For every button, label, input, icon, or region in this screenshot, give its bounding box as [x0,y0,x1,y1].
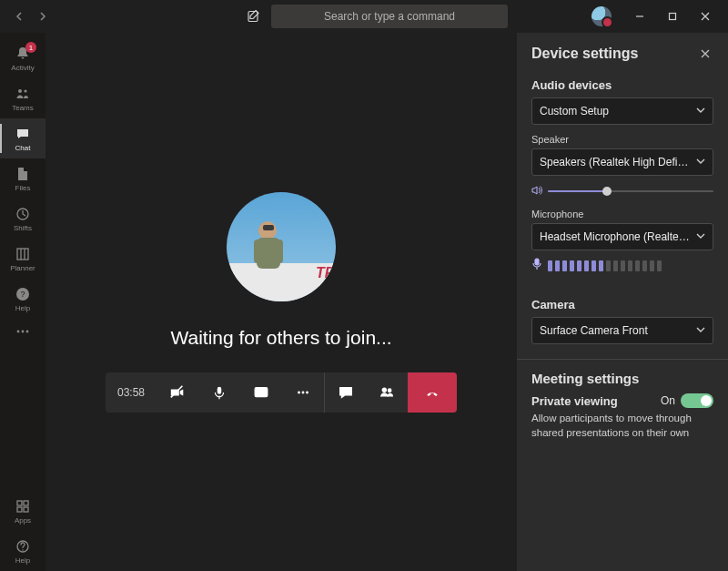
private-viewing-state: On [661,394,675,407]
svg-point-11 [17,331,20,333]
private-viewing-description: Allow participants to move through share… [531,412,713,440]
microphone-icon [531,258,542,274]
apps-icon [14,497,32,515]
svg-point-31 [302,391,305,393]
compose-button[interactable] [242,5,266,28]
activity-badge: 1 [25,42,36,53]
dropdown-value: Speakers (Realtek High Definition Au... [540,156,691,168]
participant-avatar: TR [227,192,336,301]
private-viewing-label: Private viewing [531,394,618,408]
speaker-dropdown[interactable]: Speakers (Realtek High Definition Au... [531,148,713,176]
microphone-dropdown[interactable]: Headset Microphone (Realtek High D... [531,223,713,250]
planner-icon [14,245,32,263]
nav-back-button[interactable] [9,6,29,26]
show-participants-button[interactable] [366,372,408,413]
camera-label: Camera [531,298,713,311]
chat-icon [14,125,32,143]
device-settings-panel: Device settings Audio devices Custom Set… [517,33,728,571]
svg-rect-14 [17,501,22,505]
svg-point-30 [298,391,300,393]
rail-item-label: Planner [10,264,35,272]
share-screen-button[interactable] [240,372,282,413]
profile-avatar[interactable] [592,6,612,26]
teams-icon [14,85,32,103]
svg-rect-2 [670,14,676,20]
call-controls: 03:58 [106,372,457,413]
svg-point-3 [18,89,22,93]
window-maximize-button[interactable] [657,4,688,29]
call-duration: 03:58 [106,372,157,413]
speaker-volume-slider[interactable] [548,185,713,198]
svg-point-32 [306,391,308,393]
dropdown-value: Surface Camera Front [540,324,648,337]
svg-text:?: ? [20,290,25,299]
svg-point-34 [388,389,390,392]
window-close-button[interactable] [690,4,721,29]
rail-item-teams[interactable]: Teams [0,78,46,118]
toggle-camera-button[interactable] [157,372,198,413]
nav-forward-button[interactable] [33,6,53,26]
panel-close-button[interactable] [697,46,713,62]
meeting-status-text: Waiting for others to join... [170,327,391,349]
rail-item-apps[interactable]: Apps [0,491,46,531]
rail-item-label: Chat [15,144,31,152]
panel-title: Device settings [531,46,638,62]
speaker-icon [531,183,542,199]
toggle-chat-button[interactable] [324,372,366,413]
svg-point-33 [382,388,386,392]
chevron-down-icon [696,325,705,336]
rail-item-help-bottom[interactable]: Help [0,531,46,571]
help-icon [14,537,32,556]
svg-rect-25 [274,240,283,263]
rail-item-label: Apps [15,516,31,525]
svg-rect-17 [24,507,28,512]
avatar-image-placeholder: TR [227,192,336,301]
private-viewing-toggle[interactable] [681,393,713,408]
rail-item-chat[interactable]: Chat [0,118,46,158]
svg-rect-6 [17,249,28,260]
rail-item-planner[interactable]: Planner [0,239,46,279]
dropdown-value: Custom Setup [540,105,609,117]
help-icon: ? [14,285,32,303]
search-placeholder: Search or type a command [324,10,455,23]
window-minimize-button[interactable] [624,4,655,29]
rail-item-help[interactable]: ? Help [0,279,46,319]
rail-item-files[interactable]: Files [0,158,46,199]
svg-point-12 [22,331,25,333]
rail-item-shifts[interactable]: Shifts [0,199,46,239]
chevron-down-icon [696,106,705,117]
toggle-mic-button[interactable] [198,372,240,413]
meeting-stage: TR Waiting for others to join... 03:58 [46,33,517,571]
rail-item-activity[interactable]: Activity 1 [0,38,46,78]
svg-rect-16 [17,507,22,512]
chevron-down-icon [696,157,705,168]
svg-rect-35 [535,259,539,265]
svg-text:TR: TR [316,265,336,280]
files-icon [14,165,32,183]
rail-item-label: Files [15,184,31,192]
rail-more-button[interactable] [0,319,46,344]
chevron-down-icon [696,231,705,242]
rail-item-label: Teams [12,104,34,112]
svg-rect-28 [217,386,222,393]
shifts-icon [14,205,32,223]
camera-dropdown[interactable]: Surface Camera Front [531,317,713,344]
hang-up-button[interactable] [408,372,457,413]
rail-item-label: Activity [11,64,34,72]
audio-devices-label: Audio devices [531,78,713,92]
app-rail: Activity 1 Teams Chat Files [0,33,46,571]
rail-item-label: Help [15,556,30,565]
speaker-label: Speaker [531,134,713,145]
more-actions-button[interactable] [282,372,324,413]
rail-item-label: Help [15,304,30,312]
dropdown-value: Headset Microphone (Realtek High D... [540,230,691,243]
svg-rect-15 [24,501,28,505]
titlebar: Search or type a command [0,0,728,33]
microphone-level-meter [548,260,662,271]
audio-setup-dropdown[interactable]: Custom Setup [531,97,713,125]
svg-point-13 [26,331,29,333]
meeting-settings-title: Meeting settings [531,371,713,386]
svg-rect-26 [263,225,274,230]
search-input[interactable]: Search or type a command [271,5,508,28]
svg-point-4 [24,89,26,92]
